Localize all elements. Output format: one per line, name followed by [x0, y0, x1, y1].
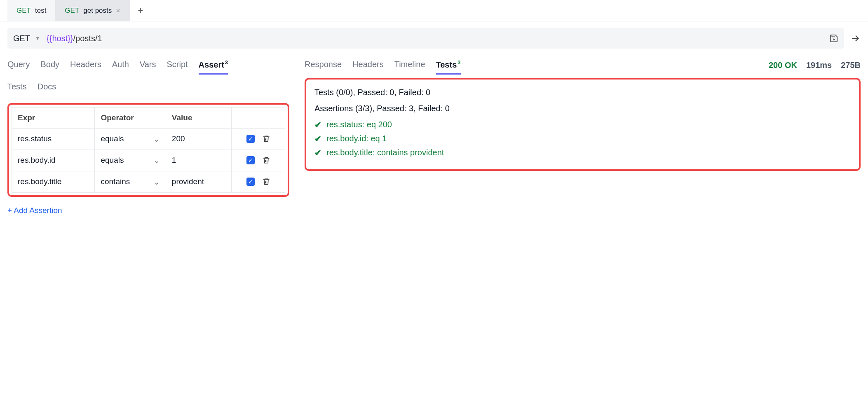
- asserts-summary: Assertions (3/3), Passed: 3, Failed: 0: [314, 104, 851, 113]
- trash-icon[interactable]: [262, 135, 270, 143]
- tab-label: test: [35, 7, 46, 15]
- enabled-checkbox[interactable]: ✓: [246, 135, 255, 143]
- value-input[interactable]: provident: [172, 177, 204, 186]
- check-icon: ✔: [314, 120, 321, 130]
- tab-assert-count: 3: [225, 59, 228, 66]
- tab-auth[interactable]: Auth: [112, 57, 129, 73]
- tab-docs[interactable]: Docs: [38, 80, 56, 96]
- check-icon: ✔: [314, 148, 321, 158]
- check-icon: ✔: [314, 134, 321, 144]
- tab-tests[interactable]: Tests: [7, 80, 27, 96]
- tab-body[interactable]: Body: [40, 57, 59, 73]
- result-line: ✔ res.status: eq 200: [314, 120, 851, 130]
- response-size: 275B: [841, 61, 861, 70]
- tab-headers[interactable]: Headers: [70, 57, 101, 73]
- tab-timeline[interactable]: Timeline: [394, 57, 425, 73]
- tab-resp-tests-count: 3: [457, 59, 460, 66]
- operator-value: equals: [101, 156, 124, 165]
- url-bar: GET ▼ {{host}}/posts/1: [7, 28, 844, 49]
- result-text: res.body.id: eq 1: [326, 134, 387, 143]
- result-line: ✔ res.body.id: eq 1: [314, 134, 851, 144]
- add-assertion-button[interactable]: + Add Assertion: [7, 206, 289, 215]
- tab-bar: GET test GET get posts × +: [0, 0, 868, 21]
- tab-resp-headers[interactable]: Headers: [352, 57, 384, 73]
- response-tabs: Response Headers Timeline Tests3 200 OK …: [305, 57, 861, 74]
- table-row: res.status equals ⌄ 200 ✓: [12, 128, 285, 150]
- method-select[interactable]: GET ▼: [13, 34, 40, 43]
- url-input[interactable]: {{host}}/posts/1: [47, 34, 102, 43]
- operator-select[interactable]: contains ⌄: [101, 177, 160, 187]
- close-icon[interactable]: ×: [116, 7, 120, 14]
- tab-test[interactable]: GET test: [7, 0, 56, 21]
- tests-summary: Tests (0/0), Passed: 0, Failed: 0: [314, 88, 851, 97]
- chevron-down-icon: ⌄: [153, 177, 160, 187]
- enabled-checkbox[interactable]: ✓: [246, 156, 255, 164]
- response-time: 191ms: [806, 61, 832, 70]
- tab-label: get posts: [83, 7, 112, 15]
- expr-input[interactable]: res.body.id: [18, 156, 56, 164]
- table-row: res.body.title contains ⌄ provident ✓: [12, 171, 285, 192]
- tab-assert-label: Assert: [199, 60, 224, 69]
- operator-select[interactable]: equals ⌄: [101, 156, 160, 165]
- trash-icon[interactable]: [262, 178, 270, 186]
- result-text: res.status: eq 200: [326, 120, 392, 129]
- chevron-down-icon: ⌄: [153, 156, 160, 165]
- response-meta: 200 OK 191ms 275B: [769, 61, 861, 70]
- url-bar-wrap: GET ▼ {{host}}/posts/1: [0, 21, 868, 57]
- table-row: res.body.id equals ⌄ 1 ✓: [12, 150, 285, 171]
- col-value: Value: [166, 107, 232, 128]
- request-panel: Query Body Headers Auth Vars Script Asse…: [0, 57, 297, 215]
- value-input[interactable]: 200: [172, 134, 185, 143]
- operator-select[interactable]: equals ⌄: [101, 134, 160, 144]
- tab-script[interactable]: Script: [167, 57, 188, 73]
- result-line: ✔ res.body.title: contains provident: [314, 148, 851, 158]
- tab-vars[interactable]: Vars: [140, 57, 156, 73]
- chevron-down-icon: ▼: [35, 35, 40, 41]
- expr-input[interactable]: res.body.title: [18, 177, 61, 186]
- method-label: GET: [13, 34, 30, 43]
- tab-get-posts[interactable]: GET get posts ×: [56, 0, 129, 21]
- svg-point-0: [833, 39, 835, 40]
- expr-input[interactable]: res.status: [18, 134, 52, 143]
- url-variable: {{host}}: [47, 34, 73, 43]
- response-panel: Response Headers Timeline Tests3 200 OK …: [297, 57, 868, 215]
- chevron-down-icon: ⌄: [153, 134, 160, 144]
- tab-assert[interactable]: Assert3: [199, 57, 228, 74]
- results-highlight: Tests (0/0), Passed: 0, Failed: 0 Assert…: [305, 78, 861, 171]
- save-icon[interactable]: [829, 34, 838, 43]
- col-expr: Expr: [12, 107, 95, 128]
- request-tabs: Query Body Headers Auth Vars Script Asse…: [7, 57, 289, 74]
- send-icon[interactable]: [850, 33, 861, 44]
- status-badge: 200 OK: [769, 61, 797, 70]
- tab-response[interactable]: Response: [305, 57, 342, 73]
- tab-resp-tests-label: Tests: [436, 60, 457, 69]
- add-tab-button[interactable]: +: [130, 0, 151, 21]
- col-operator: Operator: [95, 107, 166, 128]
- tab-method: GET: [16, 7, 31, 15]
- result-text: res.body.title: contains provident: [326, 148, 444, 157]
- col-actions: [232, 107, 285, 128]
- request-tabs-row2: Tests Docs: [7, 80, 289, 96]
- assert-table: Expr Operator Value res.status equals ⌄: [12, 107, 285, 193]
- tab-resp-tests[interactable]: Tests3: [436, 57, 461, 74]
- tab-query[interactable]: Query: [7, 57, 30, 73]
- url-path: /posts/1: [73, 34, 102, 43]
- operator-value: equals: [101, 134, 124, 143]
- tab-method: GET: [65, 7, 79, 15]
- operator-value: contains: [101, 177, 130, 186]
- enabled-checkbox[interactable]: ✓: [246, 178, 255, 186]
- value-input[interactable]: 1: [172, 156, 176, 164]
- assert-highlight: Expr Operator Value res.status equals ⌄: [7, 103, 289, 197]
- trash-icon[interactable]: [262, 156, 270, 164]
